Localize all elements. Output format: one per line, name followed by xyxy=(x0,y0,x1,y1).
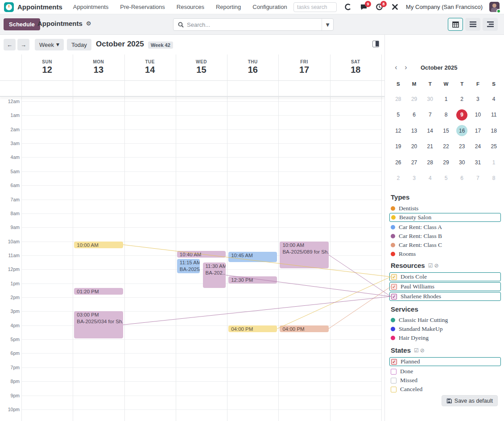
calendar-event-e6[interactable]: 11:30 AMBA-202... xyxy=(203,263,226,288)
search-input[interactable] xyxy=(187,21,322,28)
tasks-search-input[interactable] xyxy=(293,2,337,12)
calendar-event-e3[interactable]: 03:00 PMBA-2025/034 for Sh... xyxy=(74,311,123,338)
save-as-default-button[interactable]: Save as default xyxy=(442,395,498,406)
presence-icon[interactable] xyxy=(343,3,352,12)
type-filter-car-rent-class-b[interactable]: Car Rent: Class B xyxy=(389,232,501,241)
next-week-button[interactable]: → xyxy=(17,39,29,50)
calendar-event-e5[interactable]: 11:15 AMBA-2025/... xyxy=(177,259,200,273)
breadcrumb-title[interactable]: Appointments xyxy=(37,20,83,27)
mini-cal-day-10[interactable]: 10 xyxy=(470,107,486,123)
mini-cal-day-18[interactable]: 18 xyxy=(486,123,502,139)
mini-cal-day-15[interactable]: 15 xyxy=(438,123,454,139)
mini-cal-day-8[interactable]: 8 xyxy=(486,171,502,187)
mini-cal-day-11[interactable]: 11 xyxy=(486,107,502,123)
mini-cal-day-27[interactable]: 27 xyxy=(406,154,422,171)
mini-cal-day-4[interactable]: 4 xyxy=(486,91,502,107)
today-button[interactable]: Today xyxy=(67,39,91,50)
mini-cal-day-7[interactable]: 7 xyxy=(470,171,486,187)
mini-cal-day-5[interactable]: 5 xyxy=(438,171,454,187)
type-filter-car-rent-class-a[interactable]: Car Rent: Class A xyxy=(389,223,501,232)
calendar-event-e10[interactable]: 10:00 AMBA-2025/089 for Sh... xyxy=(280,242,328,268)
checkbox-missed[interactable] xyxy=(391,378,397,383)
resource-filter-paul-williams[interactable]: ✓Paul Williams xyxy=(389,282,501,291)
check-all-icon[interactable]: ☑ xyxy=(428,263,434,269)
menu-reporting[interactable]: Reporting xyxy=(216,4,241,10)
mini-cal-day-4[interactable]: 4 xyxy=(422,171,438,187)
day-header-tue[interactable]: TUE14 xyxy=(124,56,176,79)
checkbox-done[interactable] xyxy=(391,369,397,375)
tools-icon[interactable] xyxy=(390,3,399,12)
mini-cal-day-1[interactable]: 1 xyxy=(486,154,502,171)
day-header-mon[interactable]: MON13 xyxy=(73,56,124,79)
mini-cal-day-24[interactable]: 24 xyxy=(470,139,486,155)
calendar-event-e4[interactable]: 10:40 AM xyxy=(177,251,226,258)
gear-icon[interactable]: ⚙ xyxy=(86,20,91,27)
mini-cal-day-30[interactable]: 30 xyxy=(454,154,470,171)
calendar-event-e8[interactable]: 12:30 PM xyxy=(228,276,277,283)
type-filter-beauty-salon[interactable]: Beauty Salon xyxy=(389,213,501,222)
day-header-fri[interactable]: FRI17 xyxy=(278,56,330,79)
mini-cal-day-23[interactable]: 23 xyxy=(454,139,470,155)
type-filter-rooms[interactable]: Rooms xyxy=(389,250,501,258)
schedule-button[interactable]: Schedule xyxy=(4,18,40,30)
list-view-button[interactable] xyxy=(465,18,480,31)
mini-cal-day-29[interactable]: 29 xyxy=(406,91,422,107)
mini-cal-day-6[interactable]: 6 xyxy=(406,107,422,123)
service-filter-classic-hair-cutting[interactable]: Classic Hair Cutting xyxy=(389,316,501,325)
resource-filter-sharlene-rhodes[interactable]: ✓Sharlene Rhodes xyxy=(389,292,501,301)
checkbox-doris-cole[interactable]: ✓ xyxy=(391,274,397,280)
mini-cal-day-25[interactable]: 25 xyxy=(486,139,502,155)
mini-cal-day-16[interactable]: 16 xyxy=(454,123,470,139)
menu-pre-reservations[interactable]: Pre-Reservations xyxy=(120,4,165,10)
app-name[interactable]: Appointments xyxy=(17,3,62,11)
resource-filter-doris-cole[interactable]: ✓Doris Cole xyxy=(389,272,501,281)
mini-cal-day-14[interactable]: 14 xyxy=(422,123,438,139)
mini-cal-day-7[interactable]: 7 xyxy=(422,107,438,123)
check-all-icon[interactable]: ☑ xyxy=(414,347,420,354)
state-filter-planned[interactable]: ✓Planned xyxy=(389,357,501,366)
activities-icon[interactable]: 8 xyxy=(375,3,384,12)
appointments-app-icon[interactable] xyxy=(4,2,14,12)
mini-cal-day-17[interactable]: 17 xyxy=(470,123,486,139)
mini-cal-day-26[interactable]: 26 xyxy=(390,154,406,171)
state-filter-done[interactable]: Done xyxy=(389,367,501,376)
mini-cal-day-2[interactable]: 2 xyxy=(390,171,406,187)
type-filter-car-rent-class-c[interactable]: Car Rent: Class C xyxy=(389,241,501,250)
mini-cal-day-3[interactable]: 3 xyxy=(406,171,422,187)
calendar-view-button[interactable] xyxy=(448,18,463,31)
type-filter-dentists[interactable]: Dentists xyxy=(389,204,501,213)
state-filter-canceled[interactable]: Canceled xyxy=(389,385,501,394)
messages-icon[interactable]: 9 xyxy=(359,3,368,12)
calendar-event-e7[interactable]: 10:45 AM xyxy=(228,252,277,262)
day-header-wed[interactable]: WED15 xyxy=(176,56,227,79)
checkbox-sharlene-rhodes[interactable]: ✓ xyxy=(391,294,397,300)
mini-cal-day-13[interactable]: 13 xyxy=(406,123,422,139)
mini-cal-day-19[interactable]: 19 xyxy=(390,139,406,155)
service-filter-standard-makeup[interactable]: Standard MakeUp xyxy=(389,325,501,333)
calendar-event-e9[interactable]: 04:00 PM xyxy=(228,325,277,332)
menu-appointments[interactable]: Appointments xyxy=(73,4,109,10)
checkbox-canceled[interactable] xyxy=(391,387,397,392)
mini-cal-day-29[interactable]: 29 xyxy=(438,154,454,171)
prev-week-button[interactable]: ← xyxy=(4,39,16,50)
mini-cal-day-3[interactable]: 3 xyxy=(470,91,486,107)
mini-cal-day-2[interactable]: 2 xyxy=(454,91,470,107)
mini-cal-day-9[interactable]: 9 xyxy=(454,107,470,123)
calendar-event-e1[interactable]: 10:00 AM xyxy=(74,242,123,248)
mini-cal-day-31[interactable]: 31 xyxy=(470,154,486,171)
checkbox-planned[interactable]: ✓ xyxy=(391,359,397,365)
state-filter-missed[interactable]: Missed xyxy=(389,376,501,385)
calendar-event-e11[interactable]: 04:00 PM xyxy=(280,325,328,332)
mini-cal-day-12[interactable]: 12 xyxy=(390,123,406,139)
menu-resources[interactable]: Resources xyxy=(177,4,204,10)
mini-cal-day-1[interactable]: 1 xyxy=(438,91,454,107)
company-switcher[interactable]: My Company (San Francisco) xyxy=(406,4,483,10)
day-header-sat[interactable]: SAT18 xyxy=(330,56,381,79)
service-filter-hair-dyeing[interactable]: Hair Dyeing xyxy=(389,333,501,342)
mini-cal-prev-icon[interactable]: ‹ xyxy=(391,63,401,71)
mini-cal-day-8[interactable]: 8 xyxy=(438,107,454,123)
mini-cal-day-6[interactable]: 6 xyxy=(454,171,470,187)
mini-cal-day-5[interactable]: 5 xyxy=(390,107,406,123)
day-header-sun[interactable]: SUN12 xyxy=(21,56,73,79)
search-dropdown-toggle[interactable]: ▼ xyxy=(322,19,333,30)
